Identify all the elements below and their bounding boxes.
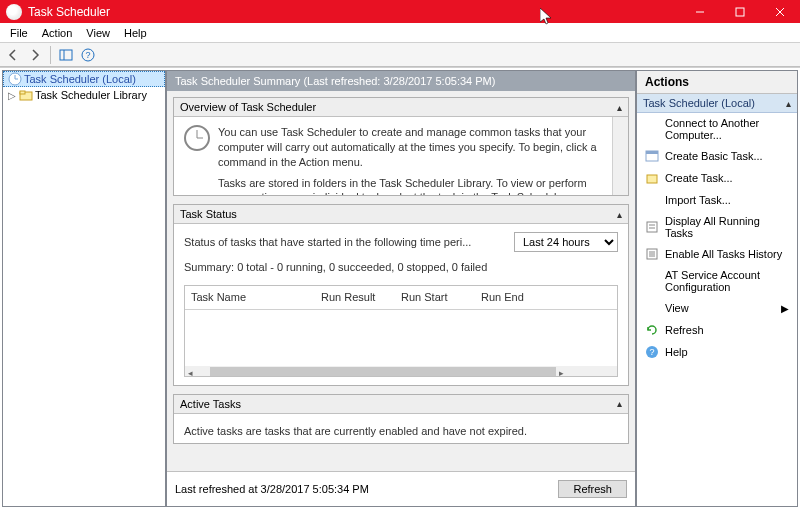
action-label: Create Task...: [665, 172, 733, 184]
tree-child[interactable]: ▷ Task Scheduler Library: [3, 87, 165, 103]
blank-icon: [645, 122, 659, 136]
center-footer: Last refreshed at 3/28/2017 5:05:34 PM R…: [167, 471, 635, 506]
menubar: File Action View Help: [0, 23, 800, 43]
action-label: Import Task...: [665, 194, 731, 206]
action-label: Enable All Tasks History: [665, 248, 782, 260]
col-run-start[interactable]: Run Start: [395, 286, 475, 309]
period-label: Status of tasks that have started in the…: [184, 235, 471, 250]
svg-rect-1: [736, 8, 744, 16]
submenu-arrow-icon: ▶: [781, 303, 789, 314]
menu-file[interactable]: File: [4, 25, 34, 41]
main-area: Task Scheduler (Local) ▷ Task Scheduler …: [0, 67, 800, 509]
window-title: Task Scheduler: [26, 5, 680, 19]
basic-task-icon: [645, 149, 659, 163]
col-run-end[interactable]: Run End: [475, 286, 555, 309]
task-status-title: Task Status: [180, 208, 237, 220]
svg-rect-14: [646, 151, 658, 154]
period-select[interactable]: Last 24 hours: [514, 232, 618, 252]
scrollbar[interactable]: [612, 117, 628, 195]
actions-pane: Actions Task Scheduler (Local) ▴ Connect…: [636, 70, 798, 507]
action-view[interactable]: View ▶: [637, 297, 797, 319]
action-create-task[interactable]: Create Task...: [637, 167, 797, 189]
menu-action[interactable]: Action: [36, 25, 79, 41]
blank-icon: [645, 193, 659, 207]
active-tasks-desc: Active tasks are tasks that are currentl…: [184, 424, 618, 439]
expand-icon[interactable]: ▷: [7, 90, 17, 101]
titlebar: Task Scheduler: [0, 0, 800, 23]
actions-subtitle-label: Task Scheduler (Local): [643, 97, 755, 109]
horizontal-scrollbar[interactable]: ◂ ▸: [185, 366, 617, 377]
refresh-icon: [645, 323, 659, 337]
svg-rect-15: [647, 175, 657, 183]
overview-title: Overview of Task Scheduler: [180, 101, 316, 113]
action-create-basic-task[interactable]: Create Basic Task...: [637, 145, 797, 167]
active-tasks-title: Active Tasks: [180, 398, 241, 410]
action-label: View: [665, 302, 689, 314]
app-icon: [6, 4, 22, 20]
tree-root[interactable]: Task Scheduler (Local): [3, 71, 165, 87]
action-label: Display All Running Tasks: [665, 215, 789, 239]
clock-icon: [184, 125, 210, 151]
svg-text:?: ?: [85, 50, 90, 60]
action-refresh[interactable]: Refresh: [637, 319, 797, 341]
overview-text-1: You can use Task Scheduler to create and…: [218, 125, 600, 170]
svg-rect-4: [60, 50, 72, 60]
action-label: Create Basic Task...: [665, 150, 763, 162]
folder-icon: [19, 88, 33, 102]
help-button[interactable]: ?: [79, 46, 97, 64]
col-task-name[interactable]: Task Name: [185, 286, 315, 309]
toolbar: ?: [0, 43, 800, 67]
status-summary: Summary: 0 total - 0 running, 0 succeede…: [184, 260, 618, 275]
svg-rect-16: [647, 222, 657, 232]
action-help[interactable]: ? Help: [637, 341, 797, 363]
center-pane: Task Scheduler Summary (Last refreshed: …: [166, 70, 636, 507]
overview-text-2: Tasks are stored in folders in the Task …: [218, 176, 600, 195]
action-display-running[interactable]: Display All Running Tasks: [637, 211, 797, 243]
action-at-service[interactable]: AT Service Account Configuration: [637, 265, 797, 297]
overview-panel: Overview of Task Scheduler ▴ You can use…: [173, 97, 629, 196]
tree-pane: Task Scheduler (Local) ▷ Task Scheduler …: [2, 70, 166, 507]
blank-icon: [645, 274, 659, 288]
last-refreshed-label: Last refreshed at 3/28/2017 5:05:34 PM: [175, 483, 369, 495]
action-label: Refresh: [665, 324, 704, 336]
forward-button[interactable]: [26, 46, 44, 64]
active-tasks-panel: Active Tasks ▴ Active tasks are tasks th…: [173, 394, 629, 444]
collapse-icon[interactable]: ▴: [617, 102, 622, 113]
panel-toggle-button[interactable]: [57, 46, 75, 64]
collapse-icon[interactable]: ▴: [617, 398, 622, 409]
svg-rect-12: [20, 91, 25, 94]
actions-title: Actions: [637, 71, 797, 94]
collapse-icon[interactable]: ▴: [617, 209, 622, 220]
action-label: AT Service Account Configuration: [665, 269, 789, 293]
close-button[interactable]: [760, 0, 800, 23]
action-label: Help: [665, 346, 688, 358]
col-run-result[interactable]: Run Result: [315, 286, 395, 309]
refresh-button[interactable]: Refresh: [558, 480, 627, 498]
tree-child-label: Task Scheduler Library: [35, 89, 147, 101]
summary-header: Task Scheduler Summary (Last refreshed: …: [167, 71, 635, 91]
svg-text:?: ?: [649, 347, 654, 357]
tree-root-label: Task Scheduler (Local): [24, 73, 136, 85]
action-label: Connect to Another Computer...: [665, 117, 789, 141]
separator: [50, 46, 51, 64]
task-grid: Task Name Run Result Run Start Run End ◂…: [184, 285, 618, 377]
action-import-task[interactable]: Import Task...: [637, 189, 797, 211]
scheduler-icon: [8, 72, 22, 86]
menu-view[interactable]: View: [80, 25, 116, 41]
create-task-icon: [645, 171, 659, 185]
back-button[interactable]: [4, 46, 22, 64]
actions-subtitle: Task Scheduler (Local) ▴: [637, 94, 797, 113]
collapse-icon[interactable]: ▴: [786, 98, 791, 109]
running-tasks-icon: [645, 220, 659, 234]
minimize-button[interactable]: [680, 0, 720, 23]
help-icon: ?: [645, 345, 659, 359]
history-icon: [645, 247, 659, 261]
maximize-button[interactable]: [720, 0, 760, 23]
menu-help[interactable]: Help: [118, 25, 153, 41]
task-status-panel: Task Status ▴ Status of tasks that have …: [173, 204, 629, 386]
cursor-icon: [540, 8, 552, 26]
action-enable-history[interactable]: Enable All Tasks History: [637, 243, 797, 265]
action-connect-computer[interactable]: Connect to Another Computer...: [637, 113, 797, 145]
blank-icon: [645, 301, 659, 315]
